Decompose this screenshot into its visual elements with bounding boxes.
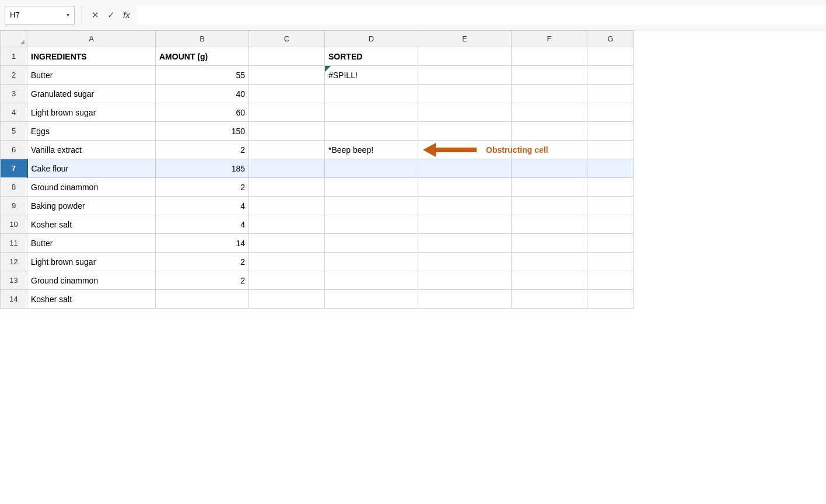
cell-11-C[interactable] — [249, 234, 325, 253]
cell-8-B[interactable]: 2 — [156, 178, 249, 197]
name-box[interactable]: H7 ▾ — [5, 6, 75, 24]
cell-10-E[interactable] — [418, 215, 512, 234]
col-header-F[interactable]: F — [512, 31, 587, 47]
cell-14-E[interactable] — [418, 290, 512, 309]
cell-13-A[interactable]: Ground cinammon — [27, 271, 156, 290]
cell-3-D[interactable] — [325, 85, 418, 103]
cell-8-D[interactable] — [325, 178, 418, 197]
cell-2-B[interactable]: 55 — [156, 66, 249, 85]
cell-11-F[interactable] — [512, 234, 587, 253]
cell-11-B[interactable]: 14 — [156, 234, 249, 253]
cell-7-D[interactable] — [325, 159, 418, 178]
cell-6-C[interactable] — [249, 141, 325, 159]
cell-2-G[interactable] — [587, 66, 634, 85]
cell-1-A[interactable]: INGREDIENTS — [27, 47, 156, 66]
cell-2-E[interactable] — [418, 66, 512, 85]
cell-5-C[interactable] — [249, 122, 325, 141]
cell-10-F[interactable] — [512, 215, 587, 234]
cell-10-A[interactable]: Kosher salt — [27, 215, 156, 234]
cell-6-D[interactable]: *Beep beep!Obstructing cell — [325, 141, 418, 159]
cell-5-F[interactable] — [512, 122, 587, 141]
cell-1-E[interactable] — [418, 47, 512, 66]
cell-5-D[interactable] — [325, 122, 418, 141]
row-header-13[interactable]: 13 — [1, 271, 27, 290]
cell-7-A[interactable]: Cake flour — [27, 159, 156, 178]
cell-12-D[interactable] — [325, 253, 418, 271]
row-header-11[interactable]: 11 — [1, 234, 27, 253]
row-header-14[interactable]: 14 — [1, 290, 27, 309]
cell-5-A[interactable]: Eggs — [27, 122, 156, 141]
cell-7-C[interactable] — [249, 159, 325, 178]
cell-1-G[interactable] — [587, 47, 634, 66]
cell-5-G[interactable] — [587, 122, 634, 141]
cell-14-G[interactable] — [587, 290, 634, 309]
cell-3-B[interactable]: 40 — [156, 85, 249, 103]
cell-12-F[interactable] — [512, 253, 587, 271]
cell-11-A[interactable]: Butter — [27, 234, 156, 253]
cell-4-C[interactable] — [249, 103, 325, 122]
cell-14-B[interactable] — [156, 290, 249, 309]
row-header-7[interactable]: 7 — [1, 159, 27, 178]
cell-9-F[interactable] — [512, 197, 587, 215]
cell-12-C[interactable] — [249, 253, 325, 271]
cell-6-B[interactable]: 2 — [156, 141, 249, 159]
cell-8-C[interactable] — [249, 178, 325, 197]
cell-3-E[interactable] — [418, 85, 512, 103]
cell-7-G[interactable] — [587, 159, 634, 178]
row-header-4[interactable]: 4 — [1, 103, 27, 122]
cell-11-D[interactable] — [325, 234, 418, 253]
col-header-B[interactable]: B — [156, 31, 249, 47]
cell-2-A[interactable]: Butter — [27, 66, 156, 85]
cell-14-F[interactable] — [512, 290, 587, 309]
cell-4-G[interactable] — [587, 103, 634, 122]
cell-7-E[interactable] — [418, 159, 512, 178]
cell-9-D[interactable] — [325, 197, 418, 215]
cell-9-C[interactable] — [249, 197, 325, 215]
col-header-E[interactable]: E — [418, 31, 512, 47]
cell-9-A[interactable]: Baking powder — [27, 197, 156, 215]
cell-5-B[interactable]: 150 — [156, 122, 249, 141]
cell-7-B[interactable]: 185 — [156, 159, 249, 178]
cell-1-C[interactable] — [249, 47, 325, 66]
cell-3-F[interactable] — [512, 85, 587, 103]
col-header-C[interactable]: C — [249, 31, 325, 47]
row-header-3[interactable]: 3 — [1, 85, 27, 103]
cell-14-D[interactable] — [325, 290, 418, 309]
cell-9-E[interactable] — [418, 197, 512, 215]
row-header-2[interactable]: 2 — [1, 66, 27, 85]
cell-3-G[interactable] — [587, 85, 634, 103]
cell-6-G[interactable] — [587, 141, 634, 159]
col-header-D[interactable]: D — [325, 31, 418, 47]
cell-8-G[interactable] — [587, 178, 634, 197]
cell-11-E[interactable] — [418, 234, 512, 253]
cell-9-B[interactable]: 4 — [156, 197, 249, 215]
cell-14-C[interactable] — [249, 290, 325, 309]
cell-3-A[interactable]: Granulated sugar — [27, 85, 156, 103]
cell-13-C[interactable] — [249, 271, 325, 290]
cell-6-A[interactable]: Vanilla extract — [27, 141, 156, 159]
cell-10-D[interactable] — [325, 215, 418, 234]
cell-10-B[interactable]: 4 — [156, 215, 249, 234]
col-header-A[interactable]: A — [27, 31, 156, 47]
cell-12-B[interactable]: 2 — [156, 253, 249, 271]
cell-7-F[interactable] — [512, 159, 587, 178]
cell-10-G[interactable] — [587, 215, 634, 234]
cell-8-A[interactable]: Ground cinammon — [27, 178, 156, 197]
cell-1-D[interactable]: SORTED — [325, 47, 418, 66]
cell-4-A[interactable]: Light brown sugar — [27, 103, 156, 122]
cell-13-B[interactable]: 2 — [156, 271, 249, 290]
cell-10-C[interactable] — [249, 215, 325, 234]
row-header-10[interactable]: 10 — [1, 215, 27, 234]
cell-4-D[interactable] — [325, 103, 418, 122]
cell-8-F[interactable] — [512, 178, 587, 197]
cell-13-D[interactable] — [325, 271, 418, 290]
cell-2-C[interactable] — [249, 66, 325, 85]
cell-2-D[interactable]: #SPILL! — [325, 66, 418, 85]
cell-6-E[interactable] — [418, 141, 512, 159]
row-header-5[interactable]: 5 — [1, 122, 27, 141]
cell-8-E[interactable] — [418, 178, 512, 197]
confirm-icon[interactable]: ✓ — [105, 9, 117, 22]
formula-input[interactable] — [137, 6, 826, 24]
cell-4-F[interactable] — [512, 103, 587, 122]
cell-13-F[interactable] — [512, 271, 587, 290]
